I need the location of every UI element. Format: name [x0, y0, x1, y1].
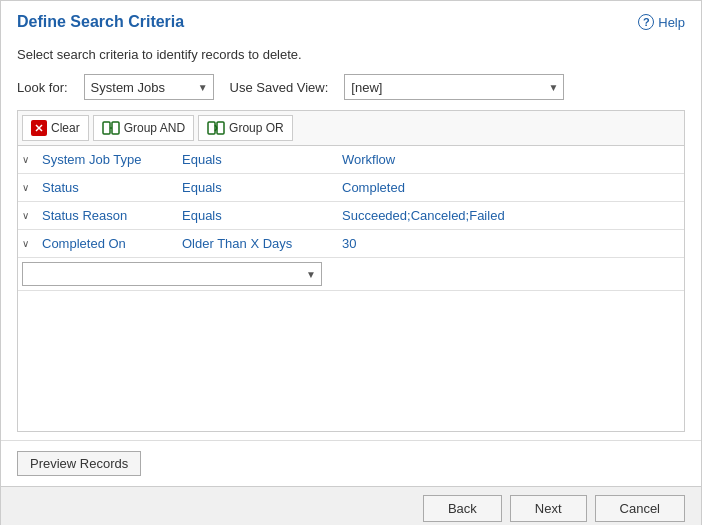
look-for-label: Look for: — [17, 80, 68, 95]
back-button[interactable]: Back — [423, 495, 502, 522]
clear-label: Clear — [51, 121, 80, 135]
table-row: ∨ Status Equals Completed — [18, 174, 684, 202]
row-field-3[interactable]: Status Reason — [42, 208, 182, 223]
row-value-1[interactable]: Workflow — [342, 152, 680, 167]
svg-rect-4 — [112, 122, 119, 134]
svg-rect-3 — [103, 122, 110, 134]
row-field-4[interactable]: Completed On — [42, 236, 182, 251]
group-or-button[interactable]: Group OR — [198, 115, 293, 141]
look-for-row: Look for: System Jobs Use Saved View: [n… — [17, 74, 685, 100]
next-button[interactable]: Next — [510, 495, 587, 522]
row-chevron-4[interactable]: ∨ — [22, 238, 42, 249]
main-content: Look for: System Jobs Use Saved View: [n… — [1, 74, 701, 440]
empty-criteria-area — [18, 291, 684, 431]
row-chevron-2[interactable]: ∨ — [22, 182, 42, 193]
row-field-1[interactable]: System Job Type — [42, 152, 182, 167]
row-field-2[interactable]: Status — [42, 180, 182, 195]
page-subtitle: Select search criteria to identify recor… — [1, 39, 701, 74]
cancel-button[interactable]: Cancel — [595, 495, 685, 522]
help-label: Help — [658, 15, 685, 30]
help-link[interactable]: ? Help — [638, 14, 685, 30]
row-chevron-1[interactable]: ∨ — [22, 154, 42, 165]
look-for-wrapper: System Jobs — [84, 74, 214, 100]
group-and-icon — [102, 120, 120, 136]
preview-records-button[interactable]: Preview Records — [17, 451, 141, 476]
bottom-bar: Preview Records — [1, 440, 701, 486]
row-operator-4[interactable]: Older Than X Days — [182, 236, 342, 251]
look-for-select[interactable]: System Jobs — [84, 74, 214, 100]
group-or-label: Group OR — [229, 121, 284, 135]
svg-rect-6 — [208, 122, 215, 134]
criteria-container: ∨ System Job Type Equals Workflow ∨ Stat… — [17, 145, 685, 432]
row-operator-2[interactable]: Equals — [182, 180, 342, 195]
table-row: ∨ Completed On Older Than X Days 30 — [18, 230, 684, 258]
add-criteria-row — [18, 258, 684, 291]
page-header: Define Search Criteria ? Help — [1, 1, 701, 39]
row-operator-3[interactable]: Equals — [182, 208, 342, 223]
use-saved-view-wrapper: [new] — [344, 74, 564, 100]
group-and-label: Group AND — [124, 121, 185, 135]
use-saved-view-select[interactable]: [new] — [344, 74, 564, 100]
table-row: ∨ System Job Type Equals Workflow — [18, 146, 684, 174]
clear-button[interactable]: Clear — [22, 115, 89, 141]
add-criteria-select[interactable] — [22, 262, 322, 286]
row-operator-1[interactable]: Equals — [182, 152, 342, 167]
help-icon: ? — [638, 14, 654, 30]
add-criteria-wrapper — [22, 262, 322, 286]
use-saved-view-label: Use Saved View: — [230, 80, 329, 95]
row-value-2[interactable]: Completed — [342, 180, 680, 195]
group-or-icon — [207, 120, 225, 136]
svg-rect-7 — [217, 122, 224, 134]
clear-icon — [31, 120, 47, 136]
row-chevron-3[interactable]: ∨ — [22, 210, 42, 221]
row-value-4[interactable]: 30 — [342, 236, 680, 251]
group-and-button[interactable]: Group AND — [93, 115, 194, 141]
table-row: ∨ Status Reason Equals Succeeded;Cancele… — [18, 202, 684, 230]
footer-buttons: Back Next Cancel — [1, 486, 701, 525]
row-value-3[interactable]: Succeeded;Canceled;Failed — [342, 208, 680, 223]
criteria-toolbar: Clear Group AND — [17, 110, 685, 145]
page-title: Define Search Criteria — [17, 13, 184, 31]
